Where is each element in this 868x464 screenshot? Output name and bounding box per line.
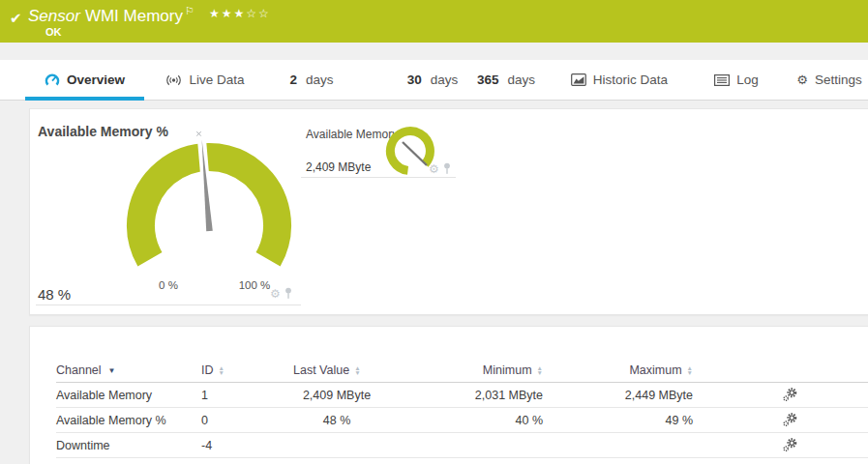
tab-bar: Overview Live Data 2 days 30 days 365 da… — [0, 60, 868, 101]
tab-historic-data[interactable]: Historic Data — [569, 60, 670, 100]
gauges-panel: Available Memory % 0 % 100 % 48 % ⚙ Avai… — [29, 108, 868, 315]
sort-caret-icon: ▼ — [108, 366, 116, 375]
tab-settings-label: Settings — [815, 72, 862, 87]
gauge-settings-icon[interactable]: ⚙ — [429, 163, 439, 175]
ok-check-icon: ✔ — [10, 10, 22, 27]
broadcast-icon — [165, 73, 182, 87]
channels-panel: Channel ▼ ID ▲▼ Last Value ▲▼ Minimum ▲▼… — [29, 326, 868, 464]
column-header-id[interactable]: ID ▲▼ — [201, 363, 293, 377]
tab-30-days[interactable]: 30 days — [400, 60, 465, 100]
tab-live-data[interactable]: Live Data — [158, 60, 253, 100]
channel-name: Available Memory — [56, 389, 201, 402]
tab-settings[interactable]: ⚙ Settings — [797, 60, 861, 100]
table-header-row: Channel ▼ ID ▲▼ Last Value ▲▼ Minimum ▲▼… — [56, 359, 868, 383]
status-badge: OK — [45, 26, 62, 38]
channel-maximum: 49 % — [543, 414, 693, 427]
column-header-maximum[interactable]: Maximum ▲▼ — [543, 363, 693, 377]
sensor-name: WMI Memory — [85, 7, 183, 25]
channel-id: -4 — [201, 439, 293, 452]
tab-2-days-number: 2 — [289, 72, 297, 87]
gauge-cell-divider — [36, 304, 301, 305]
channel-id: 0 — [201, 414, 293, 427]
tab-live-data-label: Live Data — [189, 72, 244, 87]
tab-30-days-label: days — [431, 72, 459, 87]
log-list-icon — [714, 74, 730, 86]
table-row: Downtime -4 — [56, 433, 868, 458]
channel-name: Downtime — [56, 439, 201, 452]
tab-30-days-number: 30 — [407, 72, 422, 87]
tab-log-label: Log — [736, 72, 759, 87]
pin-icon[interactable] — [442, 162, 452, 175]
secondary-gauge-value: 2,409 MByte — [306, 160, 371, 174]
secondary-gauge-title: Available Memory — [306, 128, 398, 141]
gauge-settings-icon[interactable]: ⚙ — [270, 288, 281, 300]
channel-minimum: 2,031 MByte — [380, 389, 543, 402]
priority-stars[interactable]: ★★★☆☆ — [209, 7, 271, 20]
channel-last-value: 48 % — [293, 414, 380, 427]
primary-gauge — [115, 130, 303, 298]
prtg-sensor-page: ✔ SensorWMI Memory⚐ ★★★☆☆ OK Overview Li… — [0, 0, 868, 464]
primary-gauge-value: 48 % — [38, 286, 71, 303]
tab-365-days-number: 365 — [477, 72, 499, 87]
chart-icon — [571, 73, 586, 86]
sort-updown-icon: ▲▼ — [687, 365, 693, 375]
channel-last-value: 2,409 MByte — [293, 389, 380, 402]
tab-overview[interactable]: Overview — [25, 60, 144, 100]
tab-historic-data-label: Historic Data — [593, 72, 668, 87]
channel-minimum: 40 % — [380, 414, 543, 427]
channel-settings-icon[interactable] — [770, 413, 809, 427]
tab-2-days[interactable]: 2 days — [282, 60, 342, 100]
gauge-cell-divider — [301, 177, 456, 178]
sensor-type-label: Sensor — [28, 7, 80, 25]
sort-updown-icon: ▲▼ — [354, 365, 360, 375]
settings-gear-icon: ⚙ — [796, 73, 808, 86]
gauge-icon — [45, 72, 60, 88]
tab-365-days-label: days — [508, 72, 536, 87]
channel-settings-icon[interactable] — [770, 388, 809, 402]
tab-365-days[interactable]: 365 days — [467, 60, 545, 100]
tab-overview-label: Overview — [67, 72, 125, 87]
channels-table: Channel ▼ ID ▲▼ Last Value ▲▼ Minimum ▲▼… — [30, 359, 868, 458]
column-header-minimum[interactable]: Minimum ▲▼ — [380, 363, 543, 377]
table-row: Available Memory % 0 48 % 40 % 49 % — [56, 408, 868, 433]
channel-id: 1 — [201, 389, 293, 402]
column-header-channel[interactable]: Channel ▼ — [56, 363, 201, 377]
pin-icon[interactable] — [284, 287, 293, 300]
sort-updown-icon: ▲▼ — [219, 365, 224, 375]
tab-2-days-label: days — [306, 72, 334, 87]
channel-maximum: 2,449 MByte — [543, 389, 693, 402]
channel-settings-icon[interactable] — [770, 438, 809, 452]
page-title: SensorWMI Memory⚐ — [28, 7, 195, 26]
gauge-scale-min: 0 % — [146, 279, 191, 291]
tab-log[interactable]: Log — [710, 60, 763, 100]
channel-name: Available Memory % — [56, 414, 201, 427]
flag-icon[interactable]: ⚐ — [185, 5, 195, 16]
table-row: Available Memory 1 2,409 MByte 2,031 MBy… — [56, 383, 868, 408]
column-header-last-value[interactable]: Last Value ▲▼ — [293, 363, 380, 377]
sensor-status-bar: ✔ SensorWMI Memory⚐ ★★★☆☆ OK — [0, 0, 868, 43]
